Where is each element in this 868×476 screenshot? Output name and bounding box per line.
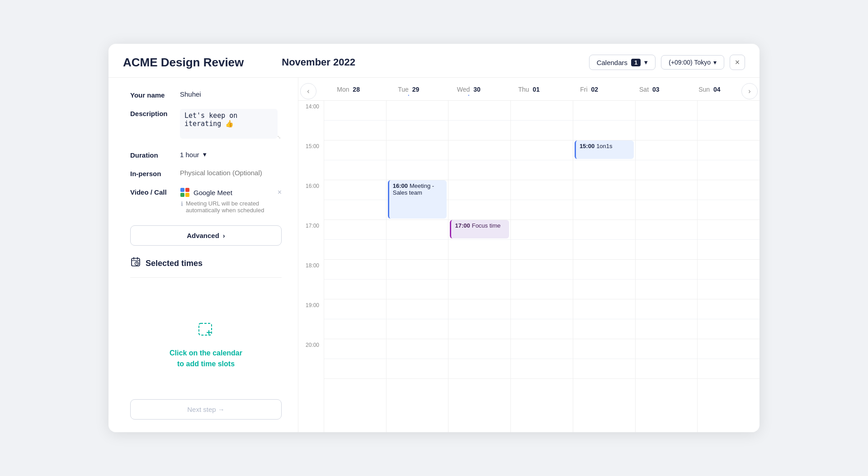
time-slot[interactable] — [387, 220, 448, 240]
time-slot[interactable] — [324, 280, 386, 299]
time-slot[interactable] — [636, 240, 698, 260]
day-column[interactable] — [324, 101, 386, 432]
time-slot[interactable] — [448, 101, 510, 121]
time-slot[interactable] — [324, 260, 386, 280]
time-slot[interactable] — [448, 359, 510, 379]
time-slot[interactable] — [324, 160, 386, 180]
time-slot[interactable] — [573, 220, 635, 240]
time-slot[interactable] — [573, 180, 635, 200]
time-slot[interactable] — [324, 101, 386, 121]
time-slot[interactable] — [387, 339, 448, 359]
time-slot[interactable] — [448, 280, 510, 299]
time-slot[interactable] — [636, 319, 698, 339]
time-slot[interactable] — [387, 160, 448, 180]
time-slot[interactable] — [636, 260, 698, 280]
time-slot[interactable] — [324, 121, 386, 140]
time-slot[interactable] — [448, 121, 510, 140]
time-slot[interactable] — [698, 339, 760, 359]
time-slot[interactable] — [324, 200, 386, 220]
time-slot[interactable] — [387, 140, 448, 160]
time-slot[interactable] — [698, 200, 760, 220]
time-slot[interactable] — [448, 319, 510, 339]
time-slot[interactable] — [698, 359, 760, 379]
time-slot[interactable] — [636, 280, 698, 299]
time-slot[interactable] — [511, 200, 573, 220]
time-slot[interactable] — [698, 140, 760, 160]
time-slot[interactable] — [511, 240, 573, 260]
time-slot[interactable] — [698, 260, 760, 280]
time-slot[interactable] — [511, 319, 573, 339]
next-week-button[interactable]: › — [741, 83, 758, 99]
time-slot[interactable] — [448, 240, 510, 260]
event-block[interactable]: 16:00Meeting - Sales team — [388, 180, 447, 219]
time-slot[interactable] — [636, 200, 698, 220]
time-slot[interactable] — [511, 121, 573, 140]
close-button[interactable]: × — [730, 55, 745, 70]
time-slot[interactable] — [387, 319, 448, 339]
time-slot[interactable] — [324, 220, 386, 240]
time-slot[interactable] — [573, 319, 635, 339]
time-slot[interactable] — [324, 180, 386, 200]
time-slot[interactable] — [636, 160, 698, 180]
time-slot[interactable] — [636, 180, 698, 200]
time-slot[interactable] — [324, 359, 386, 379]
time-slot[interactable] — [636, 339, 698, 359]
time-slot[interactable] — [573, 121, 635, 140]
time-slot[interactable] — [448, 339, 510, 359]
time-slot[interactable] — [324, 339, 386, 359]
time-slot[interactable] — [511, 101, 573, 121]
time-slot[interactable] — [636, 299, 698, 319]
time-slot[interactable] — [573, 260, 635, 280]
advanced-button[interactable]: Advanced › — [130, 225, 282, 246]
time-slot[interactable] — [511, 299, 573, 319]
time-slot[interactable] — [448, 260, 510, 280]
time-slot[interactable] — [573, 200, 635, 220]
day-column[interactable]: 17:00Focus time — [448, 101, 510, 432]
time-slot[interactable] — [324, 319, 386, 339]
time-slot[interactable] — [387, 280, 448, 299]
duration-select[interactable]: 1 hour ▾ — [180, 150, 207, 159]
time-slot[interactable] — [448, 180, 510, 200]
day-column[interactable] — [635, 101, 698, 432]
time-slot[interactable] — [511, 339, 573, 359]
time-slot[interactable] — [636, 220, 698, 240]
calendars-button[interactable]: Calendars 1 ▾ — [589, 55, 656, 70]
time-slot[interactable] — [636, 140, 698, 160]
time-slot[interactable] — [448, 200, 510, 220]
time-slot[interactable] — [573, 160, 635, 180]
time-slot[interactable] — [636, 121, 698, 140]
time-slot[interactable] — [698, 280, 760, 299]
time-slot[interactable] — [387, 101, 448, 121]
remove-video-call-button[interactable]: × — [278, 188, 282, 196]
time-slot[interactable] — [698, 180, 760, 200]
time-slot[interactable] — [636, 101, 698, 121]
time-slot[interactable] — [448, 160, 510, 180]
time-slot[interactable] — [511, 180, 573, 200]
time-slot[interactable] — [511, 160, 573, 180]
time-slot[interactable] — [511, 220, 573, 240]
day-column[interactable]: 16:00Meeting - Sales team — [386, 101, 448, 432]
event-block[interactable]: 17:00Focus time — [450, 220, 509, 238]
time-slot[interactable] — [698, 240, 760, 260]
time-slot[interactable] — [387, 121, 448, 140]
time-slot[interactable] — [573, 339, 635, 359]
time-slot[interactable] — [448, 299, 510, 319]
time-slot[interactable] — [511, 280, 573, 299]
time-slot[interactable] — [698, 101, 760, 121]
time-slot[interactable] — [511, 359, 573, 379]
next-step-button[interactable]: Next step → — [130, 399, 282, 420]
time-slot[interactable] — [698, 160, 760, 180]
time-slot[interactable] — [324, 299, 386, 319]
day-column[interactable] — [510, 101, 573, 432]
time-slot[interactable] — [387, 240, 448, 260]
time-slot[interactable] — [698, 299, 760, 319]
timezone-button[interactable]: (+09:00) Tokyo ▾ — [661, 55, 724, 70]
time-slot[interactable] — [511, 140, 573, 160]
time-slot[interactable] — [636, 359, 698, 379]
description-input[interactable] — [180, 109, 278, 139]
time-slot[interactable] — [387, 299, 448, 319]
event-block[interactable]: 15:001on1s — [575, 140, 634, 159]
time-slot[interactable] — [698, 220, 760, 240]
time-slot[interactable] — [511, 260, 573, 280]
time-slot[interactable] — [448, 140, 510, 160]
